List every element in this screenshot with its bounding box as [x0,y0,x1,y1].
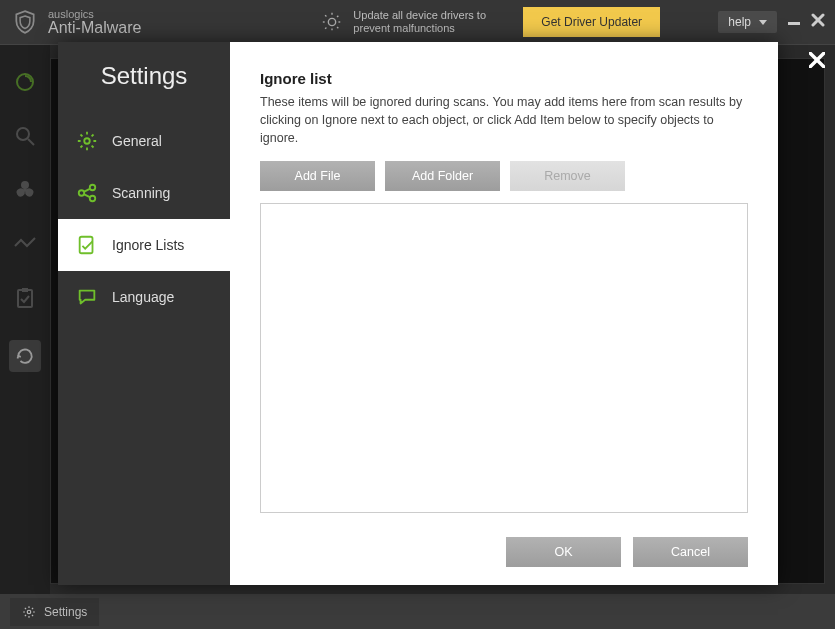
ok-button[interactable]: OK [506,537,621,567]
settings-sidebar: Settings General Scanning Ignore Lists [58,42,230,585]
close-button[interactable] [811,13,825,31]
svg-point-0 [329,18,336,25]
share-icon [76,182,98,204]
ignore-list-box[interactable] [260,203,748,513]
brand-line1: auslogics [48,9,141,20]
svg-rect-16 [18,290,32,307]
help-dropdown[interactable]: help [718,11,777,33]
promo-block: Update all device drivers to prevent mal… [321,7,660,37]
bottom-settings-label: Settings [44,605,87,619]
nav-item-general[interactable]: General [58,115,230,167]
content-heading: Ignore list [260,70,748,87]
brand-line2: Anti-Malware [48,20,141,36]
settings-content: Ignore list These items will be ignored … [230,42,778,585]
svg-line-5 [325,15,327,17]
svg-rect-26 [80,237,93,254]
modal-close-button[interactable] [809,52,825,73]
strip-zigzag-icon[interactable] [13,232,37,256]
app-header: auslogics Anti-Malware Update all device… [0,0,835,45]
list-check-icon [76,234,98,256]
svg-point-20 [84,138,90,144]
app-window: auslogics Anti-Malware Update all device… [0,0,835,629]
help-label: help [728,15,751,29]
app-bottom-bar: Settings [0,594,835,629]
chat-icon [76,286,98,308]
bottom-settings-button[interactable]: Settings [10,598,99,626]
promo-text: Update all device drivers to prevent mal… [353,9,513,35]
svg-line-6 [337,27,339,29]
brand-block: auslogics Anti-Malware [48,9,141,36]
strip-hazard-icon[interactable] [13,178,37,202]
svg-line-24 [84,189,90,192]
svg-line-7 [325,27,327,29]
svg-line-8 [337,15,339,17]
strip-refresh-icon[interactable] [9,340,41,372]
nav-item-language[interactable]: Language [58,271,230,323]
svg-rect-17 [22,288,28,292]
settings-title: Settings [58,62,230,90]
svg-line-25 [84,194,90,197]
content-description: These items will be ignored during scans… [260,93,748,147]
add-file-button[interactable]: Add File [260,161,375,191]
gear-icon [76,130,98,152]
svg-rect-9 [788,22,800,25]
nav-item-scanning[interactable]: Scanning [58,167,230,219]
chevron-down-icon [759,15,767,29]
dialog-footer: OK Cancel [260,537,748,567]
strip-clipboard-icon[interactable] [13,286,37,310]
sun-icon [321,11,343,33]
remove-button: Remove [510,161,625,191]
add-folder-button[interactable]: Add Folder [385,161,500,191]
nav-item-ignore-lists[interactable]: Ignore Lists [58,219,230,271]
nav-scanning-label: Scanning [112,185,170,201]
settings-dialog: Settings General Scanning Ignore Lists [58,42,778,585]
gear-icon [22,605,36,619]
svg-point-13 [17,128,29,140]
shield-logo-icon [10,7,40,37]
nav-ignore-label: Ignore Lists [112,237,184,253]
cancel-button[interactable]: Cancel [633,537,748,567]
nav-general-label: General [112,133,162,149]
strip-scan-icon[interactable] [13,70,37,94]
nav-language-label: Language [112,289,174,305]
strip-search-icon[interactable] [13,124,37,148]
get-driver-updater-button[interactable]: Get Driver Updater [523,7,660,37]
app-side-strip [0,45,50,594]
minimize-button[interactable] [787,13,801,31]
svg-point-27 [27,610,31,614]
svg-line-14 [28,139,34,145]
ignore-actions-row: Add File Add Folder Remove [260,161,748,191]
header-right: help [718,11,825,33]
